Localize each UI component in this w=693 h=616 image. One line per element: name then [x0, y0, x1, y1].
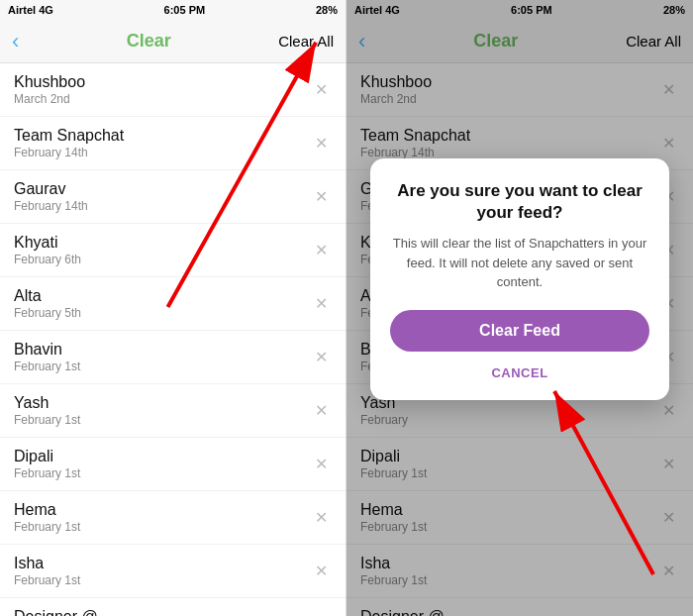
left-back-button[interactable]: ‹	[12, 31, 19, 52]
left-status-right: 28%	[316, 4, 338, 16]
clear-feed-dialog: Are you sure you want to clear your feed…	[370, 158, 669, 400]
feed-item-info: Khushboo March 2nd	[14, 73, 85, 106]
left-status-bar: Airtel 4G 6:05 PM 28%	[0, 0, 346, 20]
network-label: 4G	[39, 4, 53, 16]
feed-item-date: February 1st	[14, 466, 80, 480]
left-nav-bar: ‹ Clear Clear All	[0, 20, 346, 63]
list-item: Bhavin February 1st ✕	[0, 331, 346, 384]
left-clear-all-button[interactable]: Clear All	[278, 33, 334, 50]
feed-item-date: February 6th	[14, 253, 81, 266]
feed-item-name: Dipali	[14, 448, 80, 465]
list-item: Alta February 5th ✕	[0, 277, 346, 331]
list-item: Isha February 1st ✕	[0, 545, 346, 598]
feed-item-date: February 5th	[14, 306, 81, 320]
dialog-body: This will clear the list of Snapchatters…	[390, 234, 649, 292]
left-status-left: Airtel 4G	[8, 4, 53, 16]
feed-item-info: Team Snapchat February 14th	[14, 127, 124, 159]
feed-item-info: Isha February 1st	[14, 555, 80, 587]
feed-item-date: February 1st	[14, 573, 80, 587]
left-phone-panel: Airtel 4G 6:05 PM 28% ‹ Clear Clear All …	[0, 0, 346, 616]
left-feed-list: Khushboo March 2nd ✕ Team Snapchat Febru…	[0, 63, 346, 616]
feed-item-date: March 2nd	[14, 92, 85, 106]
feed-item-date: February 1st	[14, 359, 80, 373]
feed-item-date: February 14th	[14, 199, 88, 213]
feed-item-info: Designer @ February 1st	[14, 608, 98, 616]
feed-item-name: Alta	[14, 287, 81, 305]
feed-item-date: February 14th	[14, 146, 124, 159]
feed-item-info: Gaurav February 14th	[14, 180, 88, 213]
feed-item-name: Khyati	[14, 234, 81, 252]
remove-item-button[interactable]: ✕	[311, 76, 332, 103]
clear-feed-button[interactable]: Clear Feed	[390, 310, 649, 352]
right-phone-panel: Airtel 4G 6:05 PM 28% ‹ Clear Clear All …	[346, 0, 693, 616]
feed-item-info: Dipali February 1st	[14, 448, 80, 480]
feed-item-name: Isha	[14, 555, 80, 572]
feed-item-name: Bhavin	[14, 341, 80, 359]
feed-item-info: Alta February 5th	[14, 287, 81, 320]
list-item: Yash February 1st ✕	[0, 384, 346, 438]
remove-item-button[interactable]: ✕	[311, 183, 332, 210]
feed-item-date: February 1st	[14, 520, 80, 534]
list-item: Khyati February 6th ✕	[0, 224, 346, 277]
battery-label: 28%	[316, 4, 338, 16]
feed-item-info: Yash February 1st	[14, 394, 80, 427]
carrier-label: Airtel	[8, 4, 36, 16]
feed-item-name: Team Snapchat	[14, 127, 124, 145]
feed-item-date: February 1st	[14, 413, 80, 427]
list-item: Team Snapchat February 14th ✕	[0, 117, 346, 170]
feed-item-info: Hema February 1st	[14, 501, 80, 534]
remove-item-button[interactable]: ✕	[311, 611, 332, 616]
list-item: Dipali February 1st ✕	[0, 438, 346, 491]
remove-item-button[interactable]: ✕	[311, 237, 332, 263]
remove-item-button[interactable]: ✕	[311, 397, 332, 424]
feed-item-name: Hema	[14, 501, 80, 519]
time-label: 6:05 PM	[164, 4, 206, 16]
feed-item-name: Gaurav	[14, 180, 88, 198]
list-item: Gaurav February 14th ✕	[0, 170, 346, 224]
dialog-title: Are you sure you want to clear your feed…	[390, 180, 649, 224]
remove-item-button[interactable]: ✕	[311, 558, 332, 584]
remove-item-button[interactable]: ✕	[311, 290, 332, 317]
remove-item-button[interactable]: ✕	[311, 451, 332, 477]
feed-item-name: Yash	[14, 394, 80, 412]
feed-item-info: Bhavin February 1st	[14, 341, 80, 373]
left-nav-title: Clear	[127, 31, 171, 51]
cancel-button[interactable]: CANCEL	[390, 361, 649, 384]
remove-item-button[interactable]: ✕	[311, 130, 332, 156]
list-item: Designer @ February 1st ✕	[0, 598, 346, 616]
list-item: Hema February 1st ✕	[0, 491, 346, 545]
feed-item-name: Designer @	[14, 608, 98, 616]
remove-item-button[interactable]: ✕	[311, 344, 332, 370]
feed-item-info: Khyati February 6th	[14, 234, 81, 266]
feed-item-name: Khushboo	[14, 73, 85, 91]
remove-item-button[interactable]: ✕	[311, 504, 332, 531]
list-item: Khushboo March 2nd ✕	[0, 63, 346, 117]
